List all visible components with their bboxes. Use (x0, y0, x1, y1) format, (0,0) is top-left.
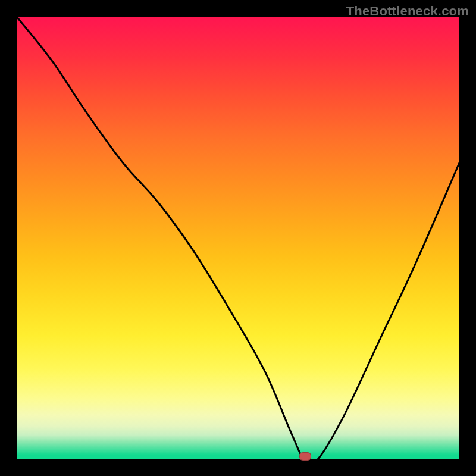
bottleneck-curve (17, 17, 459, 459)
plot-area (17, 17, 459, 459)
chart-frame: TheBottleneck.com (0, 0, 476, 476)
optimal-marker (299, 452, 311, 461)
site-watermark: TheBottleneck.com (346, 4, 469, 19)
